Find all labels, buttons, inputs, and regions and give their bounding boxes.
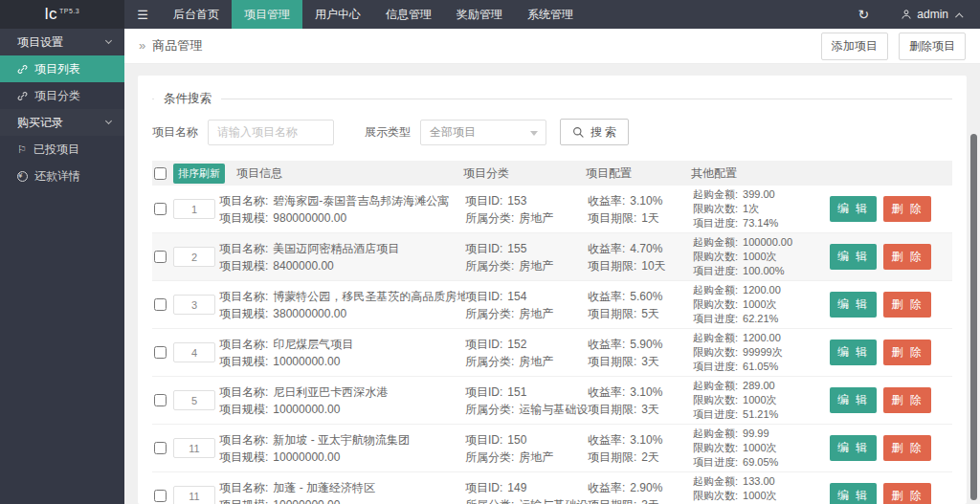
period-label: 项目期限: [588, 259, 636, 273]
sidebar-item-project-category[interactable]: 项目分类 [0, 82, 124, 109]
row-checkbox[interactable] [154, 346, 167, 359]
progress-value: 51.21% [743, 408, 778, 420]
sidebar-item-project-list[interactable]: 项目列表 [0, 55, 124, 82]
menu-toggle-icon[interactable]: ☰ [124, 0, 161, 29]
search-button[interactable]: 搜 索 [560, 119, 629, 145]
sidebar-group-project-settings[interactable]: 项目设置 [0, 29, 124, 55]
project-scale-label: 项目规模: [219, 307, 268, 320]
progress-value: 73.14% [743, 217, 778, 229]
project-id-value: 153 [507, 194, 526, 208]
row-checkbox[interactable] [154, 251, 167, 263]
category-value: 房地产 [519, 211, 553, 225]
project-id-label: 项目ID: [465, 481, 502, 494]
row-checkbox[interactable] [154, 442, 167, 454]
category-value: 房地产 [519, 450, 553, 464]
progress-value: 61.05% [743, 361, 778, 372]
edit-button[interactable]: 编 辑 [830, 292, 877, 318]
project-scale-value: 10000000.00 [273, 498, 340, 504]
add-project-button[interactable]: 添加项目 [821, 33, 888, 60]
rate-label: 收益率: [588, 481, 625, 494]
edit-button[interactable]: 编 辑 [830, 196, 877, 222]
sort-refresh-button[interactable]: 排序刷新 [173, 164, 225, 184]
search-form: 项目名称 展示类型 全部项目 搜 索 [152, 119, 952, 145]
project-id-label: 项目ID: [465, 242, 502, 255]
project-name-label: 项目名称: [219, 481, 268, 494]
category-value: 房地产 [519, 259, 553, 273]
delete-button[interactable]: 删 除 [883, 435, 930, 461]
progress-value: 62.21% [743, 313, 778, 324]
edit-button[interactable]: 编 辑 [830, 244, 877, 270]
sort-order-input[interactable] [173, 199, 215, 219]
nav-item-system-management[interactable]: 系统管理 [515, 0, 586, 29]
edit-button[interactable]: 编 辑 [830, 340, 877, 365]
project-name-label: 项目名称: [219, 290, 268, 303]
row-checkbox[interactable] [154, 298, 167, 311]
delete-button[interactable]: 删 除 [883, 196, 930, 222]
vertical-scrollbar[interactable] [970, 134, 977, 500]
delete-button[interactable]: 删 除 [883, 244, 930, 270]
nav-item-info-management[interactable]: 信息管理 [373, 0, 444, 29]
user-menu[interactable]: admin [883, 8, 980, 21]
nav-item-project-management[interactable]: 项目管理 [232, 0, 302, 29]
period-label: 项目期限: [588, 307, 636, 320]
sidebar-group-purchase-records[interactable]: 购买记录 [0, 109, 124, 136]
topbar: lcTP5.3 ☰ 后台首页 项目管理 用户中心 信息管理 奖励管理 系统管理 … [0, 0, 980, 29]
row-checkbox[interactable] [154, 490, 167, 502]
min-amount-value: 399.00 [743, 188, 775, 200]
purchase-limit-value: 1000次 [743, 394, 776, 405]
rate-value: 3.10% [630, 385, 662, 399]
min-amount-value: 100000.00 [743, 236, 792, 248]
min-amount-value: 99.99 [743, 427, 769, 439]
category-value: 房地产 [519, 355, 553, 368]
sort-order-input[interactable] [173, 342, 215, 362]
row-checkbox[interactable] [154, 394, 167, 406]
nav-item-reward-management[interactable]: 奖励管理 [444, 0, 515, 29]
min-amount-label: 起购金额: [693, 475, 738, 487]
delete-button[interactable]: 删 除 [883, 483, 930, 504]
sort-order-input[interactable] [173, 486, 215, 504]
delete-button[interactable]: 删 除 [883, 292, 930, 318]
sidebar-item-invested-projects[interactable]: ⚐ 已投项目 [0, 136, 124, 163]
purchase-limit-value: 1000次 [743, 251, 776, 262]
link-icon [17, 64, 28, 75]
select-all-checkbox[interactable] [154, 167, 167, 180]
top-navigation: 后台首页 项目管理 用户中心 信息管理 奖励管理 系统管理 [161, 0, 586, 29]
delete-button[interactable]: 删 除 [883, 387, 930, 413]
edit-button[interactable]: 编 辑 [830, 387, 877, 413]
edit-button[interactable]: 编 辑 [830, 435, 877, 461]
nav-item-dashboard[interactable]: 后台首页 [161, 0, 232, 29]
project-name-value: 印尼煤层气项目 [273, 338, 353, 351]
display-type-select[interactable]: 全部项目 [420, 120, 546, 145]
product-management-card: 条件搜索 项目名称 展示类型 全部项目 搜 索 [138, 76, 967, 504]
delete-project-button[interactable]: 删除项目 [899, 33, 966, 60]
delete-button[interactable]: 删 除 [883, 340, 930, 365]
sort-order-input[interactable] [173, 438, 215, 458]
row-checkbox[interactable] [154, 203, 167, 215]
sort-order-input[interactable] [173, 295, 215, 315]
column-header-project-config: 项目配置 [586, 165, 691, 182]
period-value: 3天 [641, 355, 659, 368]
purchase-limit-label: 限购次数: [693, 490, 738, 501]
sort-order-input[interactable] [173, 247, 215, 267]
period-label: 项目期限: [588, 355, 636, 368]
edit-button[interactable]: 编 辑 [830, 483, 877, 504]
table-row: 项目名称:新加坡 - 亚太宇航物流集团 项目规模:10000000.00 项目I… [152, 425, 952, 472]
table-row: 项目名称:尼日利亚巴卡西深水港 项目规模:10000000.00 项目ID:15… [152, 377, 952, 425]
category-label: 所属分类: [465, 307, 514, 320]
rate-label: 收益率: [588, 433, 625, 447]
table-row: 项目名称:博蒙特公园，移民圣基茨的高品质房地产项目 项目规模:380000000… [152, 281, 952, 329]
nav-item-user-center[interactable]: 用户中心 [302, 0, 373, 29]
period-value: 3天 [641, 403, 659, 416]
refresh-icon[interactable]: ↻ [843, 7, 883, 22]
project-name-input[interactable] [208, 120, 334, 145]
progress-label: 项目进度: [693, 265, 738, 276]
app-logo[interactable]: lcTP5.3 [0, 0, 124, 29]
min-amount-value: 289.00 [743, 380, 775, 391]
purchase-limit-label: 限购次数: [693, 251, 738, 262]
sidebar-item-repayment-details[interactable]: ¥ 还款详情 [0, 163, 124, 189]
page-title: 商品管理 [152, 38, 202, 53]
min-amount-value: 1200.00 [743, 284, 781, 296]
sort-order-input[interactable] [173, 390, 215, 410]
progress-label: 项目进度: [693, 361, 738, 372]
period-value: 5天 [641, 307, 659, 320]
